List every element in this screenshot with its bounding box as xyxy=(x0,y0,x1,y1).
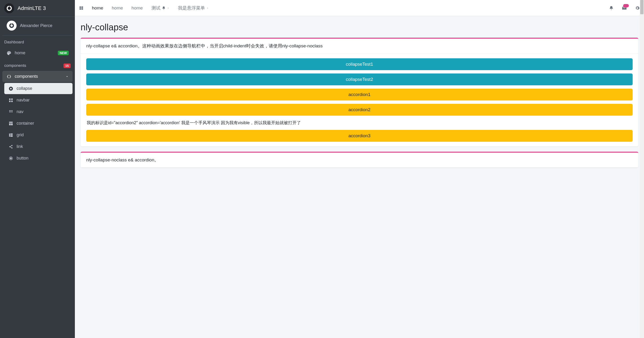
messages-button[interactable]: 12 xyxy=(622,6,627,11)
dots-icon xyxy=(8,110,14,114)
nav-header-label: Dashboard xyxy=(4,40,24,45)
sidebar-item-label: link xyxy=(16,144,23,149)
sidebar-item-label: nav xyxy=(16,109,24,114)
svg-rect-9 xyxy=(11,98,13,100)
svg-rect-20 xyxy=(11,123,13,125)
svg-rect-8 xyxy=(9,98,11,100)
palette-icon xyxy=(6,51,12,56)
user-panel[interactable]: Alexander Pierce xyxy=(2,17,72,36)
svg-point-16 xyxy=(10,111,11,112)
mail-badge: 12 xyxy=(623,4,629,7)
topnav-label: home xyxy=(112,6,123,11)
sidebar-item-link[interactable]: link xyxy=(4,141,72,152)
nav-header-dashboard: Dashboard xyxy=(0,36,75,47)
svg-rect-11 xyxy=(11,101,13,102)
collapse-test-1-button[interactable]: collapseTest1 xyxy=(86,58,633,70)
caret-down-icon xyxy=(206,7,209,9)
sidebar-item-navbar[interactable]: navbar xyxy=(4,95,72,106)
nav-header-components: components 15 xyxy=(0,59,75,70)
svg-rect-30 xyxy=(82,7,83,8)
accordion-3-button[interactable]: accordion3 xyxy=(86,130,633,142)
card-header: nly-collapse e& accordion。这种动画效果放在边侧导航栏中… xyxy=(80,39,638,54)
brand-logo-icon xyxy=(4,3,14,13)
svg-point-13 xyxy=(10,110,11,111)
page-title: nly-collapse xyxy=(80,22,638,33)
accordion-2-button[interactable]: accordion2 xyxy=(86,104,633,116)
grid-icon xyxy=(8,98,14,102)
sidebar-item-collapse[interactable]: collapse xyxy=(4,83,72,94)
svg-rect-5 xyxy=(11,23,12,24)
sidebar-item-label: grid xyxy=(16,133,24,137)
svg-point-17 xyxy=(12,111,12,112)
windows-icon[interactable] xyxy=(79,6,84,10)
svg-point-12 xyxy=(9,110,10,111)
sidebar: AdminLTE 3 Alexander Pierce Dashboard ho… xyxy=(0,0,75,338)
sidebar-item-label: container xyxy=(16,121,34,126)
settings-button[interactable] xyxy=(635,6,640,11)
sidebar-item-label: collapse xyxy=(16,86,32,91)
svg-rect-18 xyxy=(9,122,13,123)
scrollbar[interactable] xyxy=(640,0,644,338)
topnav-item-home-2[interactable]: home xyxy=(112,6,123,11)
chevron-down-icon xyxy=(66,75,69,78)
svg-point-7 xyxy=(10,88,12,89)
notifications-button[interactable] xyxy=(609,6,614,11)
gear-icon xyxy=(635,6,640,11)
code-icon xyxy=(6,74,12,79)
topnav-label: home xyxy=(132,6,143,11)
topnav-item-test[interactable]: 测试 xyxy=(152,5,170,11)
svg-rect-31 xyxy=(80,8,81,10)
sidebar-submenu: collapse navbar nav container xyxy=(0,83,75,164)
nav-header-label: components xyxy=(4,63,26,68)
chrome-icon xyxy=(8,86,14,91)
svg-rect-32 xyxy=(82,8,83,10)
sidebar-item-nav[interactable]: nav xyxy=(4,106,72,117)
layout-icon xyxy=(8,121,14,126)
collapse-test-2-button[interactable]: collapseTest2 xyxy=(86,74,633,85)
sidebar-item-container[interactable]: container xyxy=(4,118,72,129)
svg-rect-29 xyxy=(80,7,81,8)
accordion-2-body: 我的标识是id="accordion2" accordion='accordio… xyxy=(86,119,633,130)
components-count-badge: 15 xyxy=(64,64,70,68)
topnav-item-hover-menu[interactable]: 我是悬浮菜单 xyxy=(178,5,209,11)
sidebar-item-button[interactable]: button xyxy=(4,153,72,164)
svg-point-15 xyxy=(9,111,10,112)
bell-icon xyxy=(609,6,614,11)
svg-rect-22 xyxy=(10,133,13,135)
topnav: home home home 测试 我是悬浮菜单 xyxy=(75,0,644,16)
sidebar-item-label: button xyxy=(16,156,28,161)
sidebar-item-home[interactable]: home NEW xyxy=(2,47,72,59)
scrollbar-thumb[interactable] xyxy=(640,0,644,14)
accordion-1-button[interactable]: accordion1 xyxy=(86,89,633,101)
card-collapse-noclass-demo: nly-collapse-noclass e& accordion。 xyxy=(80,152,638,168)
sidebar-item-label: home xyxy=(15,51,25,56)
svg-rect-21 xyxy=(9,133,10,137)
svg-rect-2 xyxy=(9,6,10,7)
topnav-label: 测试 xyxy=(152,5,160,11)
svg-point-28 xyxy=(10,158,12,159)
brand[interactable]: AdminLTE 3 xyxy=(0,0,75,17)
sidebar-item-components[interactable]: components xyxy=(2,71,72,82)
sidebar-item-grid[interactable]: grid xyxy=(4,129,72,141)
target-icon xyxy=(8,156,14,160)
topnav-item-home-3[interactable]: home xyxy=(132,6,143,11)
user-name: Alexander Pierce xyxy=(20,23,52,28)
svg-rect-19 xyxy=(9,123,11,125)
svg-rect-23 xyxy=(10,135,13,137)
card-header: nly-collapse-noclass e& accordion。 xyxy=(80,153,638,168)
svg-point-1 xyxy=(8,7,11,10)
svg-point-14 xyxy=(12,110,12,111)
new-badge: NEW xyxy=(58,51,69,55)
caret-down-icon xyxy=(167,7,170,9)
sidebar-item-label: navbar xyxy=(16,98,30,103)
topnav-item-home-1[interactable]: home xyxy=(92,6,103,11)
topnav-label: 我是悬浮菜单 xyxy=(178,5,205,11)
svg-point-4 xyxy=(10,25,13,27)
brand-title: AdminLTE 3 xyxy=(18,5,46,11)
columns-icon xyxy=(8,133,14,137)
sidebar-item-label: components xyxy=(15,74,38,79)
bell-icon xyxy=(162,6,166,10)
avatar-icon xyxy=(7,21,16,31)
topnav-label: home xyxy=(92,6,103,11)
svg-rect-10 xyxy=(9,101,11,102)
